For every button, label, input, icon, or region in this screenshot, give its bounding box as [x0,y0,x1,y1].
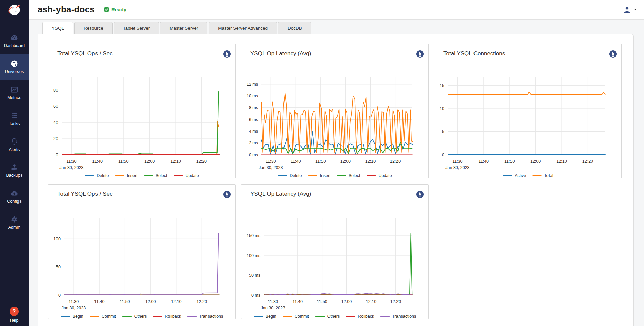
sidebar-item-configs[interactable]: Configs [0,184,29,209]
y-tick-label: 0 [442,153,444,157]
tasks-icon [10,111,18,120]
y-tick-label: 5 [442,129,444,134]
legend-label: Active [515,173,526,178]
y-tick-label: 6 ms [249,117,258,122]
sidebar-item-metrics[interactable]: Metrics [0,80,29,106]
prometheus-icon[interactable] [223,50,231,58]
series-line-insert [261,94,412,153]
legend-item-begin[interactable]: Begin [61,314,83,319]
sidebar-item-label: Backups [6,173,23,178]
tab-master-server-advanced[interactable]: Master Server Advanced [209,22,277,34]
legend-item-commit[interactable]: Commit [283,314,309,319]
legend-label: Update [378,173,392,178]
legend-swatch [85,175,94,176]
sidebar-item-backups[interactable]: Backups [0,158,29,184]
tab-resource[interactable]: Resource [74,22,113,34]
chart-title: YSQL Op Latency (Avg) [250,50,311,57]
chart-plot[interactable]: 05010011:3011:4011:5012:0012:1012:20Jan … [48,200,236,311]
legend-swatch [367,175,376,176]
legend-item-select[interactable]: Select [337,173,361,178]
y-tick-label: 10 [440,106,444,111]
legend-item-commit[interactable]: Commit [90,314,116,319]
sidebar-item-tasks[interactable]: Tasks [0,106,29,132]
legend-item-rollback[interactable]: Rollback [346,314,374,319]
chart-title: Total YSQL Ops / Sec [57,191,112,197]
chart-plot[interactable]: 0 ms50 ms100 ms150 ms11:3011:4011:5012:0… [241,200,429,311]
sidebar-item-dashboard[interactable]: Dashboard [0,28,29,54]
sidebar-item-admin[interactable]: Admin [0,209,29,235]
chart-panel-ysql-op-latency-avg-4: YSQL Op Latency (Avg)0 ms50 ms100 ms150 … [241,184,429,319]
legend-item-transactions[interactable]: Transactions [187,314,223,319]
tabs-area: YSQLResourceTablet ServerMaster ServerMa… [38,22,634,326]
prometheus-icon[interactable] [416,50,424,58]
x-tick-label: 12:10 [171,299,181,304]
legend-item-delete[interactable]: Delete [85,173,109,178]
x-tick-label: 11:30 [452,159,462,164]
legend-item-insert[interactable]: Insert [308,173,330,178]
app-root: DashboardUniversesMetricsTasksAlertsBack… [0,0,644,326]
legend-item-update[interactable]: Update [174,173,199,178]
x-axis-date-label: Jan 30, 2023 [59,165,83,170]
x-tick-label: 11:30 [268,299,278,304]
legend-item-insert[interactable]: Insert [115,173,137,178]
x-tick-label: 12:00 [530,159,541,164]
tab-ysql[interactable]: YSQL [42,22,73,34]
x-tick-label: 12:20 [582,159,593,164]
chart-legend: DeleteInsertSelectUpdate [241,172,428,180]
legend-item-others[interactable]: Others [315,314,340,319]
legend-item-update[interactable]: Update [367,173,392,178]
x-tick-label: 12:00 [144,159,155,164]
x-axis-date-label: Jan 30, 2023 [261,306,285,311]
y-tick-label: 80 [53,88,58,93]
x-tick-label: 11:40 [293,299,303,304]
legend-item-active[interactable]: Active [503,173,526,178]
legend-label: Insert [320,173,330,178]
legend-item-rollback[interactable]: Rollback [153,314,181,319]
chart-plot[interactable]: 0 ms2 ms4 ms6 ms8 ms10 ms12 ms11:3011:40… [241,60,429,171]
series-line-total [448,92,605,95]
tab-master-server[interactable]: Master Server [160,22,207,34]
y-tick-label: 40 [53,120,58,125]
tab-docdb[interactable]: DocDB [278,22,311,34]
legend-item-total[interactable]: Total [532,173,553,178]
x-tick-label: 11:30 [69,299,79,304]
universe-header: ash-yba-docs Ready [29,0,644,20]
y-tick-label: 8 ms [249,105,258,110]
series-line-select [62,92,219,154]
y-tick-label: 60 [53,104,58,109]
legend-label: Commit [102,314,116,319]
prometheus-icon[interactable] [416,191,424,198]
legend-swatch [144,175,153,176]
x-tick-label: 11:30 [66,159,76,164]
legend-label: Rollback [358,314,374,319]
app-logo[interactable] [7,0,22,19]
metrics-icon [10,86,18,94]
legend-item-delete[interactable]: Delete [278,173,302,178]
sidebar-item-help[interactable]: ? Help [0,307,29,323]
sidebar-item-alerts[interactable]: Alerts [0,132,29,158]
x-tick-label: 11:50 [120,299,130,304]
tab-tablet-server[interactable]: Tablet Server [114,22,159,34]
x-axis-date-label: Jan 30, 2023 [259,165,283,170]
sidebar-item-label: Dashboard [4,43,25,48]
sidebar-item-label: Universes [5,69,24,74]
x-axis-date-label: Jan 30, 2023 [445,165,469,170]
legend-item-select[interactable]: Select [144,173,167,178]
status-badge: Ready [104,7,126,12]
chart-plot[interactable]: 05101511:3011:4011:5012:0012:1012:20Jan … [434,60,622,171]
legend-swatch [503,175,512,176]
prometheus-icon[interactable] [223,191,231,198]
x-axis-date-label: Jan 30, 2023 [62,306,86,311]
y-tick-label: 4 ms [249,129,258,134]
legend-item-others[interactable]: Others [122,314,147,319]
x-tick-label: 11:30 [266,159,276,164]
legend-swatch [174,175,183,176]
chart-plot[interactable]: 02040608011:3011:4011:5012:0012:1012:20J… [48,60,236,171]
user-menu[interactable] [623,6,637,13]
sidebar-item-universes[interactable]: Universes [0,54,29,80]
legend-item-transactions[interactable]: Transactions [380,314,416,319]
legend-label: Others [327,314,340,319]
prometheus-icon[interactable] [609,50,617,58]
legend-item-begin[interactable]: Begin [254,314,276,319]
help-icon: ? [10,307,19,316]
